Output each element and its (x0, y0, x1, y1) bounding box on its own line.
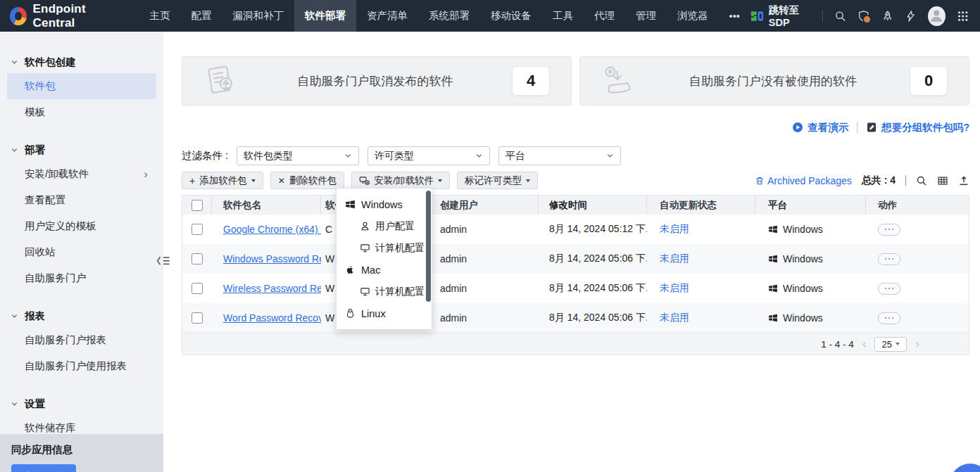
user-avatar[interactable] (928, 6, 945, 26)
row-checkbox[interactable] (182, 244, 212, 274)
nav-item-home[interactable]: 主页 (139, 0, 181, 32)
nav-item-agent[interactable]: 代理 (584, 0, 625, 32)
modified-time-value: 8月 14, 2024 05:06 下... (549, 282, 647, 295)
auto-update-cell: 未启用 (647, 274, 755, 303)
auto-update-status-link[interactable]: 未启用 (660, 223, 689, 236)
sidebar-collapse-icon[interactable] (156, 255, 172, 267)
page-size-select[interactable]: 25 (874, 337, 907, 352)
next-page-button[interactable]: › (914, 337, 921, 351)
add-package-button[interactable]: + 添加软件包 (182, 172, 263, 189)
menu-item-linux[interactable]: Linux (337, 302, 432, 324)
search-icon[interactable] (834, 9, 846, 23)
sidebar-section-title-settings[interactable]: 设置 (0, 393, 163, 415)
column-header-modified[interactable]: 修改时间 (539, 196, 647, 215)
checkbox[interactable] (191, 200, 203, 211)
row-checkbox[interactable] (182, 303, 212, 333)
checkbox[interactable] (191, 312, 203, 324)
auto-update-status-link[interactable]: 未启用 (660, 282, 689, 295)
sidebar-item-install-uninstall[interactable]: 安装/卸载软件› (7, 161, 156, 187)
filter-select-1[interactable]: 许可类型 (367, 146, 490, 165)
column-header-creator[interactable]: 创建用户 (432, 196, 539, 215)
nav-item-vuln-patch[interactable]: 漏洞和补丁 (222, 0, 295, 32)
ellipsis-actions-button[interactable] (878, 283, 900, 295)
nav-item-inventory[interactable]: 资产清单 (356, 0, 418, 32)
menu-item-windows-user-config[interactable]: 用户配置 (337, 215, 432, 237)
auto-update-status-link[interactable]: 未启用 (660, 312, 689, 324)
section-title-label: 报表 (25, 310, 45, 323)
sidebar-item-label: 回收站 (25, 245, 56, 259)
sidebar-section-title-package-creation[interactable]: 软件包创建 (0, 51, 163, 73)
table-search-icon[interactable] (916, 175, 927, 186)
checkbox[interactable] (191, 253, 203, 264)
view-demo-link[interactable]: 查看演示 (792, 121, 848, 134)
row-checkbox[interactable] (182, 215, 212, 244)
whats-new-rocket-icon[interactable] (881, 9, 893, 23)
column-chooser-icon[interactable] (937, 175, 948, 186)
checkbox[interactable] (191, 224, 203, 235)
package-name-link[interactable]: Google Chrome (x64) (... (223, 224, 321, 235)
platform-cell: Windows (755, 215, 866, 244)
sidebar-item-ssp-report[interactable]: 自助服务门户报表 (7, 327, 156, 353)
sidebar-item-templates[interactable]: 模板 (7, 99, 156, 125)
delete-package-button[interactable]: ✕ 删除软件包 (270, 172, 345, 189)
package-name-link[interactable]: Windows Password Re... (223, 253, 321, 264)
sidebar-item-view-configs[interactable]: 查看配置 (7, 187, 156, 213)
apps-grid-icon[interactable] (957, 9, 969, 23)
nav-item-software-deploy[interactable]: 软件部署 (294, 0, 356, 32)
column-header-actions[interactable]: 动作 (866, 196, 969, 215)
sidebar-item-user-templates[interactable]: 用户定义的模板 (7, 213, 156, 239)
ellipsis-actions-button[interactable] (878, 312, 900, 324)
sidebar-section-title-reports[interactable]: 报表 (0, 305, 163, 327)
nav-item-browser[interactable]: 浏览器 (667, 0, 719, 32)
column-header-platform[interactable]: 平台 (755, 196, 866, 215)
nav-item-os-deploy[interactable]: 系统部署 (418, 0, 480, 32)
menu-item-mac[interactable]: Mac (337, 259, 432, 281)
select-all-checkbox[interactable] (182, 196, 212, 215)
sidebar-item-recycle-bin[interactable]: 回收站 (7, 239, 156, 265)
ellipsis-actions-button[interactable] (878, 224, 900, 236)
sidebar-section-title-deployment[interactable]: 部署 (0, 139, 163, 161)
menu-item-windows-computer-config[interactable]: 计算机配置 (337, 237, 432, 259)
quick-actions-bolt-icon[interactable] (905, 9, 917, 23)
group-packages-link[interactable]: 想要分组软件包吗? (866, 121, 969, 134)
main-content: 自助服务门户取消发布的软件4自助服务门户没有被使用的软件0 查看演示 想要分组软… (163, 32, 980, 472)
package-name-link[interactable]: Wireless Password Re... (223, 283, 321, 294)
install-uninstall-button[interactable]: 安装/卸载软件 (351, 172, 450, 189)
auto-update-status-link[interactable]: 未启用 (660, 253, 689, 265)
creator-cell: admin (432, 215, 539, 244)
mark-license-type-button[interactable]: 标记许可类型 (457, 172, 538, 189)
package-name-link[interactable]: Word Password Recov... (223, 312, 321, 324)
filter-select-0[interactable]: 软件包类型 (237, 146, 359, 165)
export-icon[interactable] (958, 175, 969, 186)
row-checkbox[interactable] (182, 274, 212, 303)
nav-item-config[interactable]: 配置 (181, 0, 222, 32)
package-name-cell: Windows Password Re... (212, 244, 321, 274)
auto-update-cell: 未启用 (647, 215, 755, 244)
ellipsis-actions-button[interactable] (878, 253, 900, 265)
checkbox[interactable] (191, 283, 203, 294)
nav-item-tools[interactable]: 工具 (542, 0, 584, 32)
menu-item-label: Mac (361, 264, 380, 276)
filter-select-2[interactable]: 平台 (498, 146, 621, 165)
archived-packages-link[interactable]: Archived Packages (755, 175, 852, 186)
card-value: 4 (512, 66, 550, 96)
summary-card[interactable]: 自助服务门户取消发布的软件4 (182, 56, 572, 106)
sync-now-button[interactable]: 立即同步 (11, 464, 76, 472)
menu-item-windows[interactable]: Windows (337, 193, 432, 215)
column-header-name[interactable]: 软件包名 (212, 196, 321, 215)
brand[interactable]: Endpoint Central (10, 2, 122, 30)
column-header-auto-update[interactable]: 自动更新状态 (647, 196, 755, 215)
menu-item-mac-computer-config[interactable]: 计算机配置 (337, 281, 432, 302)
sidebar-item-ssp-usage-report[interactable]: 自助服务门户使用报表 (7, 353, 156, 379)
nav-item-more[interactable]: ••• (719, 0, 750, 32)
sidebar-item-packages[interactable]: 软件包 (7, 73, 156, 99)
scrollbar-thumb[interactable] (426, 191, 431, 302)
security-shield-icon[interactable] (857, 9, 869, 23)
summary-card[interactable]: 自助服务门户没有被使用的软件0 (579, 56, 969, 106)
jump-to-sdp-link[interactable]: 跳转至SDP (750, 4, 811, 28)
sidebar-item-self-service-portal[interactable]: 自助服务门户 (7, 265, 156, 291)
nav-item-mobile[interactable]: 移动设备 (480, 0, 542, 32)
prev-page-button[interactable]: ‹ (861, 337, 868, 351)
nav-item-admin[interactable]: 管理 (625, 0, 667, 32)
sidebar-item-label: 自助服务门户报表 (25, 333, 106, 347)
